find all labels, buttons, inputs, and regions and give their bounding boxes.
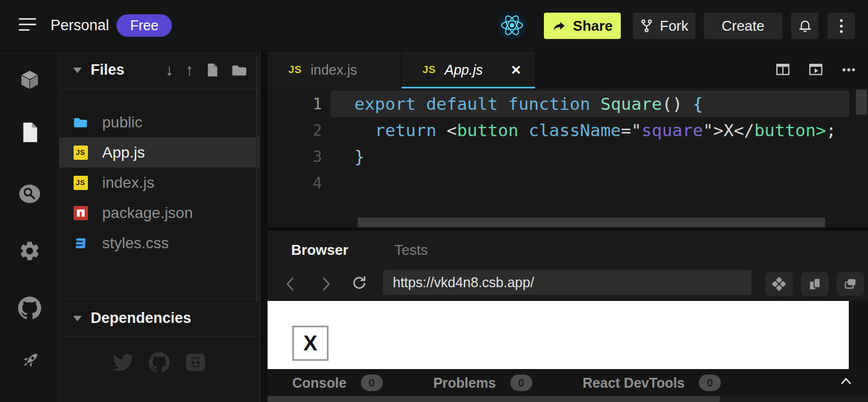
tab-label: App.js	[444, 62, 482, 78]
share-arrow-icon	[552, 19, 566, 33]
github-icon[interactable]	[149, 352, 170, 373]
navigator-icon[interactable]	[765, 272, 793, 296]
line-number: 2	[268, 121, 331, 139]
tab-tests[interactable]: Tests	[394, 231, 428, 269]
browser-preview: X	[268, 301, 849, 369]
preview-window-icon[interactable]	[809, 63, 823, 77]
js-icon: JS	[422, 64, 436, 76]
editor-tabbar: JSindex.jsJSApp.js×	[268, 51, 868, 88]
file-row-package.json[interactable]: package.json	[59, 198, 259, 228]
forward-icon[interactable]	[318, 276, 333, 291]
status-label: Problems	[433, 375, 496, 391]
codesandbox-app: Personal Free Share Fork	[0, 0, 868, 402]
new-file-icon[interactable]	[205, 63, 219, 77]
file-row-index.js[interactable]: JSindex.js	[59, 168, 259, 198]
code-line-3[interactable]: 3}	[268, 143, 868, 170]
new-folder-icon[interactable]	[231, 63, 247, 77]
code-line-4[interactable]: 4	[268, 170, 868, 196]
file-name: App.js	[102, 144, 145, 161]
bottom-scrollbar[interactable]	[268, 396, 868, 402]
js-icon: JS	[288, 64, 302, 76]
notifications-button[interactable]	[791, 13, 819, 39]
editor-tab-index.js[interactable]: JSindex.js	[268, 51, 402, 88]
file-row-public[interactable]: public	[59, 107, 259, 137]
chevron-up-icon[interactable]	[839, 376, 853, 389]
status-item-problems[interactable]: Problems0	[433, 375, 532, 391]
code-text: }	[331, 143, 849, 170]
top-header: Personal Free Share Fork	[0, 0, 868, 51]
create-label: Create	[721, 18, 764, 35]
open-window-icon[interactable]	[837, 272, 864, 296]
panel-splitter[interactable]	[259, 51, 268, 402]
code-text: export default function Square() {	[331, 91, 849, 117]
hamburger-menu-icon[interactable]	[19, 18, 37, 32]
more-ellipsis-icon[interactable]	[842, 63, 856, 77]
responsive-mode-icon[interactable]	[801, 272, 828, 296]
editor-tabs: JSindex.jsJSApp.js×	[268, 51, 536, 88]
search-icon[interactable]	[18, 182, 41, 205]
editor-region: JSindex.jsJSApp.js×	[268, 51, 868, 402]
line-number: 1	[268, 95, 331, 113]
discord-icon[interactable]	[185, 352, 206, 373]
css-icon	[73, 236, 88, 250]
sandbox-cube-icon[interactable]	[18, 69, 41, 92]
status-label: Console	[292, 375, 347, 391]
download-icon[interactable]: ↓	[165, 62, 174, 78]
files-toolbar: ↓ ↑	[165, 51, 247, 89]
folder-icon	[73, 115, 88, 130]
upload-icon[interactable]: ↑	[186, 62, 194, 78]
back-icon[interactable]	[283, 276, 298, 291]
code-line-1[interactable]: 1export default function Square() {	[268, 91, 868, 117]
line-number: 3	[268, 148, 331, 166]
bell-icon	[798, 19, 813, 34]
code-text	[331, 170, 849, 196]
overflow-menu-button[interactable]	[827, 13, 855, 39]
file-row-styles.css[interactable]: styles.css	[59, 228, 259, 258]
editor-tab-App.js[interactable]: JSApp.js×	[402, 51, 536, 88]
activity-bar	[0, 51, 59, 402]
code-editor[interactable]: 1export default function Square() {2 ret…	[268, 88, 868, 227]
create-button[interactable]: Create	[704, 13, 782, 39]
horizontal-scrollbar[interactable]	[358, 217, 825, 227]
share-label: Share	[573, 18, 613, 35]
dependencies-title: Dependencies	[91, 299, 191, 337]
files-panel-title: Files	[91, 51, 125, 89]
browser-pane: Browser Tests	[268, 231, 868, 301]
file-name: styles.css	[102, 235, 169, 252]
vertical-scrollbar[interactable]	[856, 90, 867, 115]
refresh-icon[interactable]	[351, 275, 368, 291]
react-logo-icon	[498, 11, 526, 40]
rocket-icon[interactable]	[18, 349, 41, 372]
files-panel: Files ↓ ↑ publicJSApp.jsJSindex.jspackag…	[59, 51, 259, 402]
file-row-App.js[interactable]: JSApp.js	[59, 137, 259, 168]
url-input[interactable]	[383, 270, 752, 295]
fork-label: Fork	[660, 18, 688, 35]
workspace-name[interactable]: Personal	[51, 0, 109, 51]
settings-gear-icon[interactable]	[18, 239, 41, 263]
files-scrollbar[interactable]	[256, 55, 258, 303]
split-view-icon[interactable]	[776, 63, 790, 77]
count-badge: 0	[361, 375, 383, 391]
social-links	[59, 352, 259, 373]
status-item-console[interactable]: Console0	[292, 375, 383, 391]
code-line-2[interactable]: 2 return <button className="square">X</b…	[268, 117, 868, 143]
js-icon: JS	[73, 145, 88, 160]
square-button[interactable]: X	[292, 326, 329, 361]
file-icon[interactable]	[18, 121, 41, 144]
chevron-down-icon[interactable]	[73, 316, 82, 321]
dependencies-section[interactable]: Dependencies	[59, 299, 259, 337]
fork-button[interactable]: Fork	[633, 13, 695, 39]
scrollbar-thumb[interactable]	[268, 396, 720, 402]
file-name: index.js	[102, 174, 154, 192]
share-button[interactable]: Share	[544, 13, 621, 39]
npm-icon	[73, 205, 88, 220]
status-item-react-devtools[interactable]: React DevTools0	[583, 375, 721, 391]
tab-browser[interactable]: Browser	[291, 231, 348, 269]
chevron-down-icon[interactable]	[73, 68, 82, 73]
line-number: 4	[268, 174, 331, 192]
file-list: publicJSApp.jsJSindex.jspackage.jsonstyl…	[59, 107, 259, 258]
files-panel-header[interactable]: Files ↓ ↑	[59, 51, 259, 89]
github-icon[interactable]	[18, 297, 41, 320]
close-icon[interactable]: ×	[511, 62, 521, 78]
twitter-icon[interactable]	[113, 352, 133, 373]
